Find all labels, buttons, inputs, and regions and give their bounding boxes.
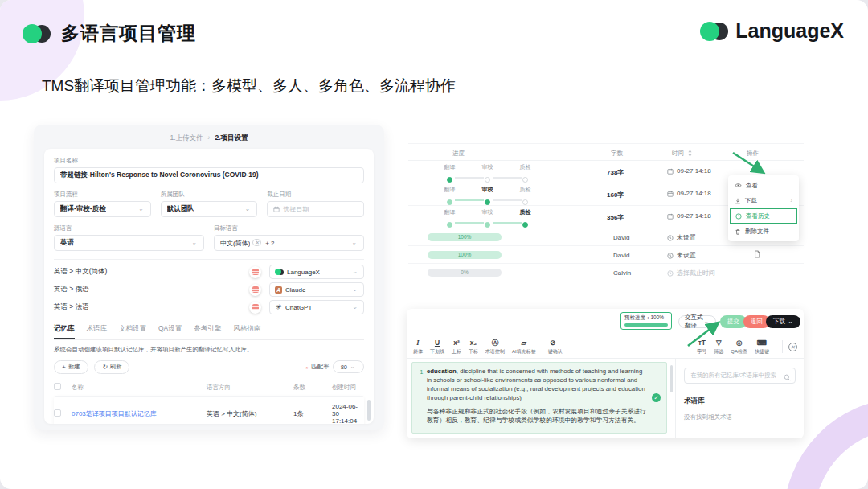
confirm-all-button[interactable]: ⊘一键确认 xyxy=(543,339,563,355)
collapse-panel-icon[interactable] xyxy=(788,343,797,351)
chatgpt-icon xyxy=(275,304,282,311)
delete-pair-button[interactable] xyxy=(249,302,261,314)
precheck-label: 预检进度：100% xyxy=(624,314,668,322)
delete-pair-button[interactable] xyxy=(249,266,261,278)
tab-style-guide[interactable]: 风格指南 xyxy=(233,324,260,339)
stage-label: 审校 xyxy=(469,163,506,171)
deadline-cell[interactable]: 未设置 xyxy=(667,251,696,260)
search-icon[interactable] xyxy=(784,370,791,384)
tab-memory[interactable]: 记忆库 xyxy=(54,324,75,339)
engine-select[interactable]: ChatGPT xyxy=(269,300,364,314)
assignee-link[interactable]: David xyxy=(613,252,629,259)
files-table-panel: 进度 字数 时间 操作 翻译 审校 质检 738字 09-27 14:18 ⋯ … xyxy=(408,143,804,281)
italic-button[interactable]: I斜体 xyxy=(413,339,423,355)
annotation-arrow xyxy=(683,318,722,349)
editor-sidebar: 术语库 没有找到相关术语 xyxy=(675,359,804,438)
refresh-button[interactable]: 刷新 xyxy=(94,360,130,374)
toolbar-label: 下标 xyxy=(469,348,478,355)
step-upload-files[interactable]: 1.上传文件 xyxy=(170,134,203,142)
menu-item-view[interactable]: 查看 xyxy=(728,178,799,193)
underline-button[interactable]: U下划线 xyxy=(430,339,444,355)
document-icon[interactable] xyxy=(754,250,760,260)
confirm-check-icon[interactable] xyxy=(652,393,661,402)
deadline-field: 截止日期 选择日期 xyxy=(267,191,364,217)
stage-dot xyxy=(485,199,490,205)
new-memory-button[interactable]: 新建 xyxy=(54,360,88,374)
stage-dot xyxy=(485,177,490,183)
memory-count: 1条 xyxy=(293,409,332,418)
file-row[interactable]: 100% David 未设置 xyxy=(408,246,804,264)
download-button[interactable]: 下载 xyxy=(766,315,800,328)
underline-icon: U xyxy=(435,339,440,347)
term-control-button[interactable]: Ⓐ术语控制 xyxy=(485,339,505,355)
segment-source: education, discipline that is concerned … xyxy=(427,368,649,403)
engine-name: ChatGPT xyxy=(285,304,312,311)
segment-row[interactable]: 1 education, discipline that is concerne… xyxy=(411,362,667,434)
checkbox[interactable] xyxy=(54,409,61,417)
menu-item-delete[interactable]: 删除文件 xyxy=(728,224,799,239)
calendar-icon xyxy=(667,168,674,175)
sort-icon[interactable] xyxy=(688,150,692,158)
target-language-field: 目标语言 中文(简体)+ 2 xyxy=(214,224,364,251)
shortcuts-button[interactable]: ⌨快捷键 xyxy=(755,339,769,355)
header-name: 名称 xyxy=(72,384,207,392)
segment-text[interactable]: education, discipline that is concerned … xyxy=(427,368,649,428)
deadline-cell[interactable]: 未设置 xyxy=(667,233,696,242)
language-pair-row: 英语 > 中文(简体) LanguageX xyxy=(54,263,364,281)
file-row[interactable]: 0% Calvin 选择截止时间 xyxy=(408,264,804,281)
memory-note: 系统会自动创建该项目默认记忆库，并将项目新产生的翻译记忆写入此库。 xyxy=(54,346,364,354)
check-circle-icon: ⊘ xyxy=(550,339,555,347)
trash-icon xyxy=(735,228,741,235)
tab-document-settings[interactable]: 文档设置 xyxy=(119,324,146,339)
word-count: 738字 xyxy=(607,168,624,177)
match-rate-select[interactable]: 80 xyxy=(333,360,364,373)
memory-table-row[interactable]: 0703笔译项目项目默认记忆库 英语 > 中文(简体) 1条 2024-06-3… xyxy=(54,396,364,424)
ai-fill-tags-button[interactable]: ▱AI填充标签 xyxy=(512,339,536,355)
superscript-icon: x² xyxy=(453,339,460,347)
tab-termbase[interactable]: 术语库 xyxy=(87,324,108,339)
team-select[interactable]: 默认团队 xyxy=(161,201,258,217)
memory-actions: 新建 刷新 匹配率 80 xyxy=(54,360,364,374)
menu-item-history[interactable]: 查看历史 xyxy=(730,208,797,224)
segment-target[interactable]: 与各种非正规和非正式的社会化手段（例如，农村发展项目和通过亲子关系进行教育）相反… xyxy=(427,407,649,425)
project-settings-panel: 1.上传文件2.项目设置 项目名称 带超链接-Hilton's Response… xyxy=(34,125,384,430)
qa-check-button[interactable]: ◎QA检查 xyxy=(731,339,747,355)
assignee-link[interactable]: David xyxy=(613,234,629,241)
checkbox[interactable] xyxy=(54,383,61,390)
source-language-label: 源语言 xyxy=(54,224,204,232)
search-input[interactable] xyxy=(684,368,796,384)
step-project-settings[interactable]: 2.项目设置 xyxy=(215,134,248,142)
remove-tag-icon[interactable] xyxy=(252,240,261,246)
project-name-input[interactable]: 带超链接-Hilton's Response to Novel Coronovi… xyxy=(54,167,364,183)
tab-reference-engine[interactable]: 参考引擎 xyxy=(194,324,221,339)
superscript-button[interactable]: x²上标 xyxy=(452,339,461,355)
brand-logo: LanguageX xyxy=(700,19,844,43)
deadline-picker[interactable]: 选择日期 xyxy=(267,201,364,217)
progress-bar: 100% xyxy=(428,233,502,241)
engine-select[interactable]: LanguageX xyxy=(269,265,364,279)
divider xyxy=(782,340,783,353)
menu-item-download[interactable]: 下载 xyxy=(728,193,799,208)
target-language-select[interactable]: 中文(简体)+ 2 xyxy=(214,235,364,251)
scrollbar[interactable] xyxy=(670,365,673,392)
deadline-cell[interactable]: 选择截止时间 xyxy=(667,269,715,277)
engine-select[interactable]: Claude xyxy=(269,282,364,297)
stage-label: 审校 xyxy=(469,208,506,216)
workflow-select[interactable]: 翻译-审校-质检 xyxy=(54,201,151,217)
delete-pair-button[interactable] xyxy=(249,284,261,296)
scrollbar[interactable] xyxy=(367,400,371,421)
subscript-button[interactable]: x₂下标 xyxy=(469,339,478,355)
memory-name-link[interactable]: 0703笔译项目项目默认记忆库 xyxy=(72,409,207,418)
source-language-select[interactable]: 英语 xyxy=(54,235,204,251)
file-time: 09-27 14:18 xyxy=(667,190,711,197)
project-name-field: 项目名称 带超链接-Hilton's Response to Novel Cor… xyxy=(54,157,364,183)
language-pair: 英语 > 法语 xyxy=(54,302,89,312)
tab-qa-settings[interactable]: QA设置 xyxy=(158,324,182,339)
assignee-link[interactable]: Calvin xyxy=(613,269,631,277)
trash-icon xyxy=(252,304,259,310)
chevron-down-icon xyxy=(351,240,358,246)
stage-label: 质检 xyxy=(506,208,544,216)
file-time: 09-27 14:18 xyxy=(667,212,711,220)
chevron-down-icon xyxy=(138,206,145,212)
qa-icon: ◎ xyxy=(736,339,742,347)
